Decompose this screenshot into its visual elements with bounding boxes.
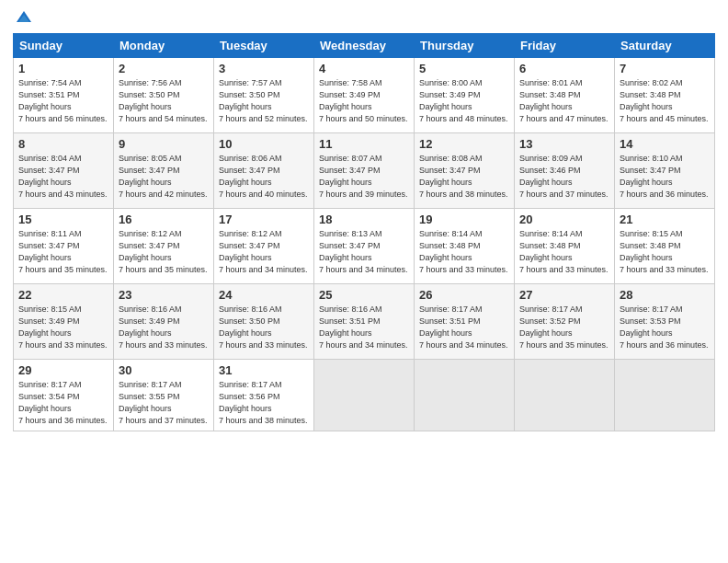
calendar-cell: 8 Sunrise: 8:04 AM Sunset: 3:47 PM Dayli… [14,133,114,209]
col-tuesday: Tuesday [214,34,314,58]
day-number: 7 [620,62,710,75]
logo-icon [15,9,33,28]
col-saturday: Saturday [615,34,715,58]
day-number: 11 [319,137,409,151]
day-number: 13 [519,137,609,151]
col-monday: Monday [114,34,214,58]
logo [13,9,33,28]
calendar-cell: 1 Sunrise: 7:54 AM Sunset: 3:51 PM Dayli… [14,58,114,133]
day-number: 12 [419,137,509,151]
day-info: Sunrise: 8:02 AM Sunset: 3:48 PM Dayligh… [620,77,710,125]
calendar-cell: 2 Sunrise: 7:56 AM Sunset: 3:50 PM Dayli… [114,58,214,133]
calendar-cell: 10 Sunrise: 8:06 AM Sunset: 3:47 PM Dayl… [214,133,314,209]
calendar-cell: 4 Sunrise: 7:58 AM Sunset: 3:49 PM Dayli… [314,58,415,133]
day-info: Sunrise: 8:05 AM Sunset: 3:47 PM Dayligh… [119,153,209,201]
header [13,9,715,28]
day-number: 22 [18,288,108,302]
calendar-cell [314,360,415,431]
day-number: 27 [519,288,609,302]
calendar-cell: 19 Sunrise: 8:14 AM Sunset: 3:48 PM Dayl… [415,209,515,284]
calendar-cell: 25 Sunrise: 8:16 AM Sunset: 3:51 PM Dayl… [314,284,415,360]
day-info: Sunrise: 8:00 AM Sunset: 3:49 PM Dayligh… [419,77,509,125]
day-number: 14 [620,137,710,151]
day-number: 19 [419,213,509,226]
day-number: 9 [119,137,209,151]
calendar-cell: 5 Sunrise: 8:00 AM Sunset: 3:49 PM Dayli… [415,58,515,133]
calendar-cell [615,360,715,431]
col-wednesday: Wednesday [314,34,415,58]
day-info: Sunrise: 8:07 AM Sunset: 3:47 PM Dayligh… [319,153,409,201]
day-info: Sunrise: 8:14 AM Sunset: 3:48 PM Dayligh… [519,228,609,276]
day-number: 31 [219,363,309,377]
calendar-cell: 12 Sunrise: 8:08 AM Sunset: 3:47 PM Dayl… [415,133,515,209]
day-number: 20 [519,213,609,226]
day-info: Sunrise: 8:11 AM Sunset: 3:47 PM Dayligh… [18,228,108,276]
calendar-cell: 15 Sunrise: 8:11 AM Sunset: 3:47 PM Dayl… [14,209,114,284]
calendar-cell: 24 Sunrise: 8:16 AM Sunset: 3:50 PM Dayl… [214,284,314,360]
calendar-cell: 3 Sunrise: 7:57 AM Sunset: 3:50 PM Dayli… [214,58,314,133]
day-info: Sunrise: 8:10 AM Sunset: 3:47 PM Dayligh… [620,153,710,201]
day-number: 5 [419,62,509,75]
col-friday: Friday [515,34,615,58]
day-number: 23 [119,288,209,302]
day-info: Sunrise: 8:17 AM Sunset: 3:51 PM Dayligh… [419,304,509,351]
day-info: Sunrise: 8:17 AM Sunset: 3:53 PM Dayligh… [620,304,710,351]
col-sunday: Sunday [14,34,114,58]
day-number: 10 [219,137,309,151]
day-info: Sunrise: 7:56 AM Sunset: 3:50 PM Dayligh… [119,77,209,125]
calendar-header-row: Sunday Monday Tuesday Wednesday Thursday… [14,34,715,58]
calendar-cell [415,360,515,431]
calendar-cell: 26 Sunrise: 8:17 AM Sunset: 3:51 PM Dayl… [415,284,515,360]
day-number: 26 [419,288,509,302]
day-info: Sunrise: 8:17 AM Sunset: 3:55 PM Dayligh… [119,379,209,427]
calendar-cell: 17 Sunrise: 8:12 AM Sunset: 3:47 PM Dayl… [214,209,314,284]
day-number: 8 [18,137,108,151]
page: Sunday Monday Tuesday Wednesday Thursday… [0,0,728,563]
col-thursday: Thursday [415,34,515,58]
day-info: Sunrise: 8:15 AM Sunset: 3:48 PM Dayligh… [620,228,710,276]
day-info: Sunrise: 8:12 AM Sunset: 3:47 PM Dayligh… [119,228,209,276]
calendar-cell: 7 Sunrise: 8:02 AM Sunset: 3:48 PM Dayli… [615,58,715,133]
day-info: Sunrise: 7:58 AM Sunset: 3:49 PM Dayligh… [319,77,409,125]
day-info: Sunrise: 8:17 AM Sunset: 3:52 PM Dayligh… [519,304,609,351]
day-number: 3 [219,62,309,75]
calendar-cell: 6 Sunrise: 8:01 AM Sunset: 3:48 PM Dayli… [515,58,615,133]
calendar-cell: 16 Sunrise: 8:12 AM Sunset: 3:47 PM Dayl… [114,209,214,284]
day-number: 21 [620,213,710,226]
calendar-cell: 9 Sunrise: 8:05 AM Sunset: 3:47 PM Dayli… [114,133,214,209]
day-info: Sunrise: 8:12 AM Sunset: 3:47 PM Dayligh… [219,228,309,276]
day-info: Sunrise: 8:08 AM Sunset: 3:47 PM Dayligh… [419,153,509,201]
day-info: Sunrise: 8:14 AM Sunset: 3:48 PM Dayligh… [419,228,509,276]
calendar-cell: 30 Sunrise: 8:17 AM Sunset: 3:55 PM Dayl… [114,360,214,431]
calendar-cell: 27 Sunrise: 8:17 AM Sunset: 3:52 PM Dayl… [515,284,615,360]
day-number: 28 [620,288,710,302]
day-info: Sunrise: 8:16 AM Sunset: 3:50 PM Dayligh… [219,304,309,351]
day-info: Sunrise: 8:15 AM Sunset: 3:49 PM Dayligh… [18,304,108,351]
day-info: Sunrise: 8:09 AM Sunset: 3:46 PM Dayligh… [519,153,609,201]
day-info: Sunrise: 8:16 AM Sunset: 3:51 PM Dayligh… [319,304,409,351]
day-number: 16 [119,213,209,226]
day-number: 30 [119,363,209,377]
calendar-cell: 28 Sunrise: 8:17 AM Sunset: 3:53 PM Dayl… [615,284,715,360]
calendar-cell: 18 Sunrise: 8:13 AM Sunset: 3:47 PM Dayl… [314,209,415,284]
calendar: Sunday Monday Tuesday Wednesday Thursday… [13,33,715,431]
day-number: 25 [319,288,409,302]
calendar-cell: 29 Sunrise: 8:17 AM Sunset: 3:54 PM Dayl… [14,360,114,431]
calendar-cell: 14 Sunrise: 8:10 AM Sunset: 3:47 PM Dayl… [615,133,715,209]
calendar-cell: 21 Sunrise: 8:15 AM Sunset: 3:48 PM Dayl… [615,209,715,284]
day-number: 2 [119,62,209,75]
day-number: 18 [319,213,409,226]
day-info: Sunrise: 8:01 AM Sunset: 3:48 PM Dayligh… [519,77,609,125]
day-info: Sunrise: 8:16 AM Sunset: 3:49 PM Dayligh… [119,304,209,351]
day-number: 17 [219,213,309,226]
day-number: 6 [519,62,609,75]
calendar-cell: 11 Sunrise: 8:07 AM Sunset: 3:47 PM Dayl… [314,133,415,209]
calendar-cell: 31 Sunrise: 8:17 AM Sunset: 3:56 PM Dayl… [214,360,314,431]
day-number: 4 [319,62,409,75]
day-number: 1 [18,62,108,75]
day-info: Sunrise: 7:57 AM Sunset: 3:50 PM Dayligh… [219,77,309,125]
day-info: Sunrise: 8:13 AM Sunset: 3:47 PM Dayligh… [319,228,409,276]
day-info: Sunrise: 8:17 AM Sunset: 3:54 PM Dayligh… [18,379,108,427]
day-number: 15 [18,213,108,226]
calendar-cell [515,360,615,431]
